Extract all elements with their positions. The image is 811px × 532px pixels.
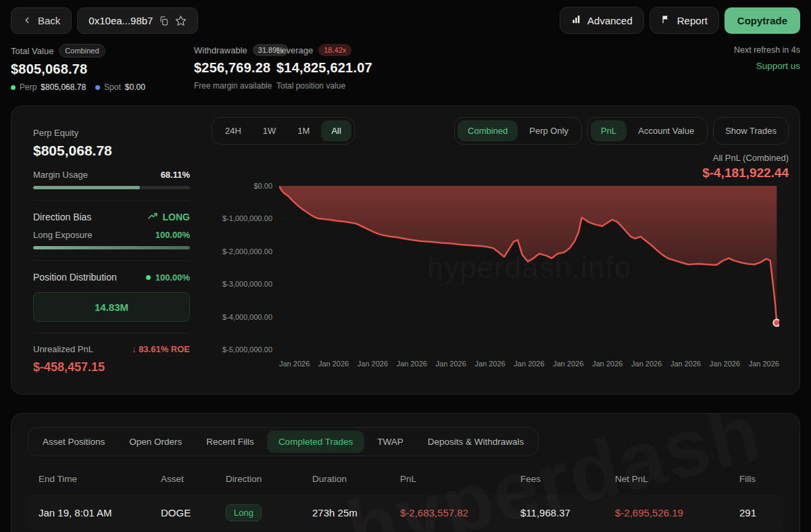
advanced-button[interactable]: Advanced: [560, 7, 644, 34]
tab-perp-only[interactable]: Perp Only: [519, 120, 579, 141]
withdrawable-label: Withdrawable: [194, 45, 247, 55]
withdrawable-sub: Free margin available: [194, 81, 272, 91]
total-value: $805,068.78: [11, 62, 194, 77]
arrow-down-icon: ↓: [132, 344, 137, 354]
wallet-address: 0x10ea...98b7: [89, 15, 153, 26]
stats-strip: Total Value Combined $805,068.78 Perp $8…: [0, 34, 811, 92]
table-header-row: End Time Asset Direction Duration PnL Fe…: [28, 474, 783, 484]
direction-bias-label: Direction Bias: [33, 212, 91, 222]
tab-recent-fills[interactable]: Recent Fills: [195, 431, 266, 453]
withdrawable-value: $256,769.28: [194, 60, 276, 76]
perp-dot-icon: [11, 85, 16, 90]
y-tick-label: $-2,000,000.00: [222, 247, 272, 256]
spot-value: $0.00: [125, 82, 145, 92]
tab-combined[interactable]: Combined: [458, 120, 518, 141]
copytrade-button[interactable]: Copytrade: [724, 7, 800, 34]
leverage-sub: Total position value: [276, 81, 345, 91]
y-tick-label: $-3,000,000.00: [222, 280, 272, 288]
total-value-label: Total Value: [11, 46, 53, 56]
all-pnl-value: $-4,181,922.44: [212, 166, 789, 180]
x-tick-label: Jan 2026: [710, 360, 740, 368]
tab-24h[interactable]: 24H: [215, 120, 251, 141]
top-bar: Back 0x10ea...98b7 Advanced Report Copyt…: [0, 0, 811, 34]
col-fills: Fills: [739, 474, 783, 484]
x-tick-label: Jan 2026: [631, 360, 662, 368]
pnl-area-fill: [279, 186, 777, 322]
bar-chart-icon: [571, 14, 581, 26]
distribution-dot-icon: [146, 275, 151, 280]
view-tab-group: PnL Account Value: [587, 117, 708, 145]
tab-open-orders[interactable]: Open Orders: [118, 431, 193, 453]
support-us-link[interactable]: Support us: [734, 61, 800, 71]
direction-bias-value: LONG: [163, 212, 190, 222]
tab-pnl[interactable]: PnL: [591, 120, 626, 141]
y-tick-label: $-4,000,000.00: [222, 313, 272, 321]
direction-badge: Long: [226, 504, 262, 521]
report-button[interactable]: Report: [649, 7, 719, 34]
cell-end-time: Jan 19, 8:01 AM: [39, 507, 161, 518]
spot-dot-icon: [95, 85, 100, 90]
cell-duration: 273h 25m: [312, 507, 400, 518]
copy-icon[interactable]: [159, 16, 169, 26]
trend-up-icon: [148, 212, 159, 222]
refresh-countdown: Next refresh in 4s: [734, 45, 800, 55]
margin-usage-fill: [33, 186, 140, 189]
position-size-value: 14.83M: [95, 301, 128, 313]
x-tick-label: Jan 2026: [514, 360, 544, 368]
tab-asset-positions[interactable]: Asset Positions: [31, 431, 116, 453]
long-exposure-fill: [33, 246, 190, 249]
tab-twap[interactable]: TWAP: [366, 431, 415, 453]
leverage-block: Leverage 18.42x $14,825,621.07 Total pos…: [276, 44, 372, 92]
back-label: Back: [38, 15, 60, 26]
mode-tab-group: Combined Perp Only: [454, 117, 582, 145]
star-icon[interactable]: [175, 15, 187, 26]
tab-deposits-withdrawals[interactable]: Deposits & Withdrawals: [416, 431, 536, 453]
y-tick-label: $-1,000,000.00: [222, 214, 272, 222]
x-tick-label: Jan 2026: [436, 360, 466, 368]
x-tick-label: Jan 2026: [553, 360, 583, 368]
perp-equity-value: $805,068.78: [33, 143, 190, 159]
tab-account-value[interactable]: Account Value: [628, 120, 704, 141]
total-value-block: Total Value Combined $805,068.78 Perp $8…: [11, 44, 194, 92]
long-exposure-value: 100.00%: [155, 230, 190, 240]
perp-equity-label: Perp Equity: [33, 128, 190, 138]
tab-1w[interactable]: 1W: [253, 120, 287, 141]
withdrawable-block: Withdrawable 31.89% $256,769.28 Free mar…: [194, 44, 276, 92]
panel-divider: [33, 260, 190, 261]
chart-y-axis: $0.00$-1,000,000.00$-2,000,000.00$-3,000…: [212, 186, 279, 349]
pnl-chart-plot[interactable]: hyperdash.info: [279, 186, 779, 349]
tab-1m[interactable]: 1M: [287, 120, 320, 141]
table-row[interactable]: Jan 19, 8:01 AM DOGE Long 273h 25m $-2,6…: [28, 495, 783, 530]
tab-completed-trades[interactable]: Completed Trades: [267, 431, 364, 453]
flag-icon: [661, 14, 671, 26]
summary-panel: Perp Equity $805,068.78 Margin Usage 68.…: [22, 117, 201, 383]
combined-badge: Combined: [59, 44, 105, 57]
stats-right: Next refresh in 4s Support us: [734, 44, 800, 92]
col-net-pnl: Net PnL: [615, 474, 739, 484]
col-duration: Duration: [312, 474, 400, 484]
cell-asset: DOGE: [161, 507, 226, 518]
x-tick-label: Jan 2026: [670, 360, 701, 368]
chart-section: 24H 1W 1M All Combined Perp Only PnL Acc…: [201, 117, 789, 383]
leverage-label: Leverage: [276, 45, 313, 55]
cell-fills: 291: [739, 507, 783, 518]
x-tick-label: Jan 2026: [474, 360, 505, 368]
perp-label: Perp: [20, 82, 36, 92]
chart-body: $0.00$-1,000,000.00$-2,000,000.00$-3,000…: [212, 186, 789, 349]
overview-card: Perp Equity $805,068.78 Margin Usage 68.…: [11, 105, 800, 395]
cell-fees: $11,968.37: [520, 507, 615, 518]
address-pill: 0x10ea...98b7: [77, 7, 198, 34]
positions-tab-group: Asset Positions Open Orders Recent Fills…: [28, 427, 539, 456]
cell-net-pnl: $-2,695,526.19: [615, 507, 739, 518]
leverage-value: $14,825,621.07: [276, 60, 372, 76]
show-trades-button[interactable]: Show Trades: [713, 117, 789, 145]
tab-all[interactable]: All: [321, 120, 351, 141]
back-button[interactable]: Back: [11, 7, 72, 34]
perp-value: $805,068.78: [41, 82, 86, 92]
margin-usage-value: 68.11%: [161, 170, 190, 180]
position-distribution-label: Position Distribution: [33, 272, 117, 283]
col-end-time: End Time: [39, 474, 161, 484]
leverage-badge: 18.42x: [318, 44, 351, 56]
report-label: Report: [677, 15, 708, 26]
timeframe-tab-group: 24H 1W 1M All: [212, 117, 355, 145]
